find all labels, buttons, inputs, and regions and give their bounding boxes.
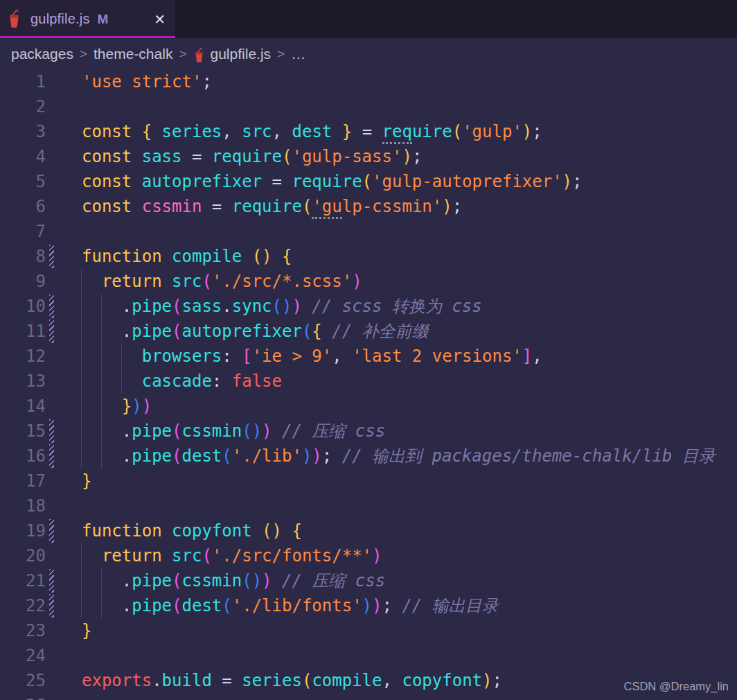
- line-number: 19: [0, 518, 46, 543]
- git-gutter-modified-marker: [49, 519, 54, 543]
- code-line[interactable]: 14 })): [0, 394, 737, 419]
- line-number: 24: [0, 643, 46, 668]
- line-number: 10: [0, 294, 46, 319]
- breadcrumb: packages>theme-chalk> gulpfile.js>…: [0, 38, 737, 69]
- code-text: .pipe(cssmin()) // 压缩 css: [82, 419, 385, 444]
- breadcrumb-item-gulpfile-js[interactable]: gulpfile.js: [211, 46, 272, 62]
- line-number: 18: [0, 493, 46, 518]
- code-text: .pipe(dest('./lib/fonts')); // 输出目录: [82, 593, 499, 618]
- line-number: 6: [0, 194, 46, 219]
- code-text: exports.build = series(compile, copyfont…: [82, 668, 502, 693]
- code-line[interactable]: 12 browsers: ['ie > 9', 'last 2 versions…: [0, 344, 737, 369]
- code-line[interactable]: 6const cssmin = require('gulp-cssmin');: [0, 194, 737, 219]
- code-text: const cssmin = require('gulp-cssmin');: [82, 194, 462, 219]
- line-number: 9: [0, 269, 46, 294]
- code-text: }: [82, 618, 91, 643]
- code-line[interactable]: 20 return src('./src/fonts/**'): [0, 543, 737, 568]
- code-line[interactable]: 19function copyfont () {: [0, 518, 737, 543]
- line-number: 4: [0, 144, 46, 169]
- code-text: const sass = require('gulp-sass');: [82, 144, 422, 169]
- line-number: 2: [0, 94, 46, 119]
- code-text: })): [82, 394, 152, 419]
- line-number: 7: [0, 219, 46, 244]
- line-number: 20: [0, 543, 46, 568]
- code-line[interactable]: 16 .pipe(dest('./lib')); // 输出到 packages…: [0, 444, 737, 469]
- code-line[interactable]: 17}: [0, 469, 737, 493]
- code-line[interactable]: 11 .pipe(autoprefixer({ // 补全前缀: [0, 319, 737, 344]
- git-modified-badge: M: [98, 12, 109, 27]
- code-line[interactable]: 5const autoprefixer = require('gulp-auto…: [0, 169, 737, 194]
- code-text: .pipe(autoprefixer({ // 补全前缀: [82, 319, 429, 344]
- code-text: browsers: ['ie > 9', 'last 2 versions'],: [82, 344, 542, 369]
- code-text: return src('./src/*.scss'): [82, 269, 362, 294]
- line-number: 17: [0, 469, 46, 493]
- code-text: cascade: false: [82, 369, 282, 394]
- watermark: CSDN @Dreamy_lin: [623, 680, 729, 693]
- line-number: 15: [0, 419, 46, 444]
- code-line[interactable]: 10 .pipe(sass.sync()) // scss 转换为 css: [0, 294, 737, 319]
- code-line[interactable]: 13 cascade: false: [0, 369, 737, 394]
- line-number: 11: [0, 319, 46, 344]
- code-line[interactable]: 18: [0, 493, 737, 518]
- code-text: .pipe(dest('./lib')); // 输出到 packages/th…: [82, 444, 716, 469]
- code-text: function copyfont () {: [82, 518, 302, 543]
- git-gutter-modified-marker: [49, 444, 54, 468]
- line-number: 3: [0, 119, 46, 144]
- line-number: 16: [0, 444, 46, 469]
- gulp-icon: [193, 48, 205, 63]
- line-number: 12: [0, 344, 46, 369]
- code-line[interactable]: 21 .pipe(cssmin()) // 压缩 css: [0, 568, 737, 593]
- code-text: return src('./src/fonts/**'): [82, 543, 382, 568]
- code-line[interactable]: 8function compile () {: [0, 244, 737, 269]
- tab-gulpfile[interactable]: gulpfile.js M ✕: [0, 0, 175, 38]
- git-gutter-modified-marker: [49, 295, 54, 318]
- breadcrumb-item-theme-chalk[interactable]: theme-chalk: [94, 46, 172, 62]
- breadcrumb-separator: >: [73, 46, 94, 62]
- git-gutter-modified-marker: [49, 594, 54, 618]
- code-editor[interactable]: 1'use strict';23const { series, src, des…: [0, 69, 737, 700]
- close-icon[interactable]: ✕: [154, 11, 166, 28]
- git-gutter-modified-marker: [49, 245, 54, 268]
- code-line[interactable]: 3const { series, src, dest } = require('…: [0, 119, 737, 144]
- line-number: 26: [0, 693, 46, 700]
- code-text: }: [82, 469, 91, 493]
- breadcrumb-separator: >: [271, 46, 291, 62]
- code-line[interactable]: 2: [0, 94, 737, 119]
- vscode-window: gulpfile.js M ✕ packages>theme-chalk> gu…: [0, 0, 737, 700]
- code-text: const { series, src, dest } = require('g…: [82, 119, 542, 144]
- line-number: 14: [0, 394, 46, 419]
- git-gutter-modified-marker: [49, 419, 54, 443]
- git-gutter-modified-marker: [49, 320, 54, 343]
- breadcrumb-item-packages[interactable]: packages: [11, 46, 73, 62]
- line-number: 21: [0, 568, 46, 593]
- git-gutter-modified-marker: [49, 569, 54, 593]
- code-line[interactable]: 23}: [0, 618, 737, 643]
- code-text: function compile () {: [82, 244, 292, 269]
- line-number: 13: [0, 369, 46, 394]
- code-line[interactable]: 15 .pipe(cssmin()) // 压缩 css: [0, 419, 737, 444]
- line-number: 23: [0, 618, 46, 643]
- code-text: .pipe(sass.sync()) // scss 转换为 css: [82, 294, 482, 319]
- line-number: 22: [0, 593, 46, 618]
- breadcrumb-item--[interactable]: …: [291, 46, 305, 62]
- line-number: 1: [0, 69, 46, 94]
- code-line[interactable]: 22 .pipe(dest('./lib/fonts')); // 输出目录: [0, 593, 737, 618]
- code-text: .pipe(cssmin()) // 压缩 css: [82, 568, 385, 593]
- line-number: 8: [0, 244, 46, 269]
- code-line[interactable]: 4const sass = require('gulp-sass');: [0, 144, 737, 169]
- code-line[interactable]: 24: [0, 643, 737, 668]
- code-text: const autoprefixer = require('gulp-autop…: [82, 169, 583, 194]
- line-number: 5: [0, 169, 46, 194]
- gulp-icon: [7, 10, 21, 28]
- tab-bar: gulpfile.js M ✕: [0, 0, 737, 38]
- code-text: 'use strict';: [82, 69, 212, 94]
- code-line[interactable]: 7: [0, 219, 737, 244]
- breadcrumb-separator: >: [172, 46, 193, 62]
- code-line[interactable]: 1'use strict';: [0, 69, 737, 94]
- code-line[interactable]: 9 return src('./src/*.scss'): [0, 269, 737, 294]
- code-line[interactable]: 26: [0, 693, 737, 700]
- line-number: 25: [0, 668, 46, 693]
- tab-title: gulpfile.js: [30, 11, 90, 27]
